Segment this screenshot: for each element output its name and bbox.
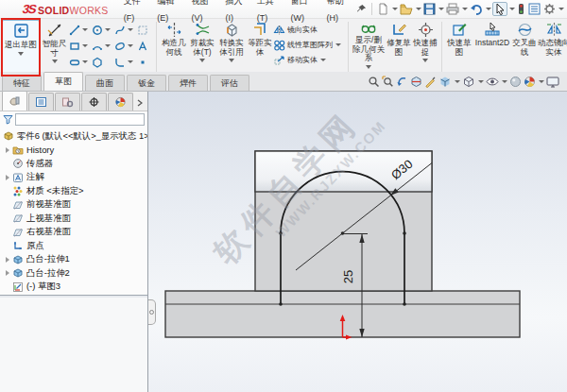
- display-manager-tab[interactable]: [108, 93, 133, 111]
- options-gear-icon[interactable]: [542, 2, 557, 16]
- graphics-area[interactable]: Ø30 25 软件自学网 WWW.RJZXW.COM: [148, 91, 567, 392]
- dropdown-caret[interactable]: [18, 52, 24, 56]
- menu-insert[interactable]: 插入(I): [220, 0, 251, 26]
- undo-icon[interactable]: [469, 3, 484, 16]
- print-icon[interactable]: [445, 2, 460, 16]
- dimxpert-manager-tab[interactable]: [81, 93, 107, 111]
- property-manager-tab[interactable]: [28, 93, 54, 111]
- new-document-icon[interactable]: [376, 2, 390, 16]
- dropdown-caret[interactable]: [462, 8, 468, 10]
- zoom-to-area-icon[interactable]: [382, 76, 394, 88]
- fillet-tool-button[interactable]: [114, 54, 137, 70]
- section-view-icon[interactable]: [410, 76, 422, 88]
- line-tool-button[interactable]: [69, 22, 92, 38]
- rectangle-tool-button[interactable]: [69, 38, 92, 54]
- construction-geometry-button[interactable]: 构造几何线: [160, 20, 188, 74]
- convert-entities-button[interactable]: 转换实体引用: [216, 20, 247, 74]
- menu-help[interactable]: 帮助(H): [321, 0, 355, 26]
- intersection-curve-button[interactable]: 交叉曲线: [511, 20, 538, 74]
- tree-item-annotations[interactable]: 注解: [0, 171, 147, 185]
- point-tool-button[interactable]: [137, 54, 153, 70]
- tree-item-top-plane[interactable]: 上视基准面: [0, 212, 147, 226]
- sketch-point[interactable]: [403, 302, 406, 306]
- save-icon[interactable]: [422, 2, 437, 16]
- feature-manager-design-tree-tab[interactable]: [2, 91, 27, 111]
- select-arrow-icon[interactable]: [492, 2, 507, 16]
- arc-tool-button[interactable]: [92, 38, 114, 54]
- dropdown-caret[interactable]: [502, 80, 507, 83]
- menu-edit[interactable]: 编辑(E): [151, 0, 185, 26]
- tree-item-sensors[interactable]: 传感器: [0, 157, 147, 171]
- panel-tabs-overflow-chevron[interactable]: [137, 99, 143, 111]
- dropdown-caret[interactable]: [105, 28, 111, 31]
- properties-icon[interactable]: [527, 2, 541, 16]
- dropdown-caret[interactable]: [82, 44, 88, 47]
- edit-appearance-icon[interactable]: [509, 76, 522, 88]
- expand-arrow-icon[interactable]: [6, 257, 9, 263]
- tree-item-history[interactable]: History: [0, 144, 147, 158]
- dropdown-caret[interactable]: [558, 8, 564, 10]
- sketch-settings-icon[interactable]: [424, 76, 437, 88]
- sketch-point[interactable]: [279, 231, 283, 235]
- tree-item-boss-extrude2[interactable]: 凸台-拉伸2: [0, 266, 147, 281]
- instant2d-button[interactable]: Instant2D: [473, 20, 511, 74]
- display-style-icon[interactable]: [462, 76, 475, 88]
- dropdown-caret[interactable]: [422, 59, 428, 62]
- move-entities-button[interactable]: 移动实体: [273, 53, 345, 67]
- tree-item-boss-extrude1[interactable]: 凸台-拉伸1: [0, 253, 147, 267]
- expand-arrow-icon[interactable]: [6, 147, 9, 153]
- sketch-point[interactable]: [279, 302, 283, 306]
- tree-item-right-plane[interactable]: 右视基准面: [0, 226, 147, 240]
- tree-item-material[interactable]: 材质 <未指定>: [0, 184, 147, 198]
- ellipse-tool-button[interactable]: [114, 38, 137, 54]
- tab-weldments[interactable]: 焊件: [168, 75, 208, 91]
- dropdown-caret[interactable]: [199, 59, 205, 62]
- sketch-point[interactable]: [403, 231, 406, 235]
- previous-view-icon[interactable]: [396, 76, 408, 88]
- display-delete-relations-button[interactable]: 显示/删除几何关系: [352, 20, 386, 74]
- dropdown-caret[interactable]: [128, 28, 133, 31]
- panel-collapse-handle[interactable]: [148, 299, 156, 325]
- tree-item-origin[interactable]: 原点: [0, 239, 147, 253]
- dropdown-caret[interactable]: [366, 65, 371, 69]
- dropdown-caret[interactable]: [539, 80, 544, 83]
- dropdown-caret[interactable]: [82, 28, 88, 31]
- dynamic-mirror-button[interactable]: 动态镜向实体: [538, 20, 567, 74]
- dropdown-caret[interactable]: [128, 60, 133, 63]
- dropdown-caret[interactable]: [320, 59, 326, 61]
- menu-tools[interactable]: 工具(T): [251, 0, 285, 26]
- dropdown-caret[interactable]: [82, 60, 88, 63]
- height-dimension-text[interactable]: 25: [341, 270, 355, 283]
- model-sketch-canvas[interactable]: Ø30 25: [148, 91, 567, 392]
- configuration-manager-tab[interactable]: [55, 93, 80, 111]
- tree-item-front-plane[interactable]: 前视基准面: [0, 198, 147, 213]
- hide-show-items-icon[interactable]: [486, 77, 499, 87]
- circle-tool-button[interactable]: [92, 22, 114, 38]
- tab-features[interactable]: 特征: [2, 75, 42, 91]
- dropdown-caret[interactable]: [438, 8, 444, 10]
- dropdown-caret[interactable]: [229, 59, 234, 62]
- tab-surfaces[interactable]: 曲面: [85, 75, 125, 91]
- polygon-tool-button[interactable]: [92, 54, 114, 70]
- repair-sketch-button[interactable]: 修复草图: [386, 20, 412, 74]
- tree-item-sketch3[interactable]: (-) 草图3: [0, 281, 147, 295]
- dropdown-caret[interactable]: [335, 43, 341, 46]
- trim-entities-button[interactable]: 剪裁实体(T): [188, 20, 216, 74]
- linear-sketch-pattern-button[interactable]: 线性草图阵列: [273, 38, 345, 52]
- tab-sheet-metal[interactable]: 钣金: [127, 75, 166, 91]
- dropdown-caret[interactable]: [478, 80, 484, 83]
- tab-sketch[interactable]: 草图: [43, 72, 83, 91]
- feature-tree-filter-input[interactable]: [15, 113, 145, 126]
- quick-snaps-button[interactable]: 快速捕捉: [412, 20, 438, 74]
- zoom-to-fit-icon[interactable]: [368, 76, 380, 88]
- exit-sketch-button[interactable]: 退出草图: [2, 20, 40, 74]
- view-orientation-icon[interactable]: [438, 76, 452, 88]
- dropdown-caret[interactable]: [52, 60, 58, 63]
- dropdown-caret[interactable]: [509, 8, 515, 10]
- text-tool-button[interactable]: [137, 38, 153, 54]
- rapid-sketch-button[interactable]: 快速草图: [445, 20, 473, 74]
- apply-scene-icon[interactable]: [524, 76, 536, 88]
- dropdown-caret[interactable]: [105, 44, 111, 47]
- tab-evaluate[interactable]: 评估: [210, 75, 249, 91]
- dropdown-caret[interactable]: [128, 44, 133, 47]
